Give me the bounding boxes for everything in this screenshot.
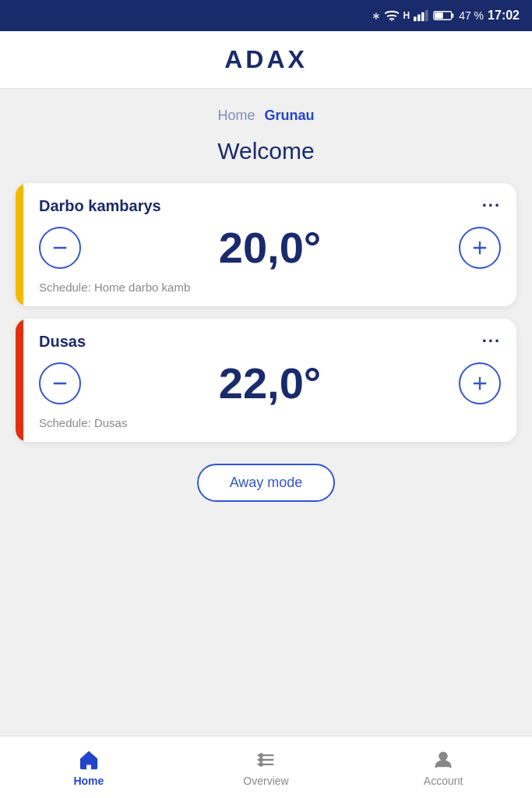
app-header: ADAX — [0, 31, 532, 89]
wifi-icon — [385, 10, 399, 21]
increase-btn-darbo[interactable] — [459, 227, 501, 269]
device-card-dusas: Dusas ··· 22,0° Schedule: Dusas — [16, 319, 516, 442]
app-logo: ADAX — [224, 45, 308, 74]
card-accent-dusas — [16, 319, 23, 442]
card-header-dusas: Dusas ··· — [39, 331, 501, 351]
away-mode-container: Away mode — [0, 442, 532, 517]
nav-label-account: Account — [424, 775, 463, 787]
battery-icon — [433, 9, 455, 22]
battery-percent: 47 % — [459, 9, 484, 22]
signal-icon — [414, 9, 429, 22]
card-schedule-darbo: Schedule: Home darbo kamb — [39, 281, 501, 294]
temp-display-dusas: 22,0° — [219, 358, 321, 408]
breadcrumb-active[interactable]: Grunau — [265, 108, 315, 124]
decrease-btn-dusas[interactable] — [39, 362, 81, 404]
account-nav-icon — [432, 748, 455, 772]
nav-item-overview[interactable]: Overview — [227, 748, 305, 787]
overview-nav-icon — [254, 748, 277, 772]
svg-point-18 — [260, 763, 263, 766]
svg-rect-5 — [452, 13, 454, 17]
away-mode-button[interactable]: Away mode — [197, 464, 336, 502]
bluetooth-icon: ∗ — [372, 9, 381, 22]
card-menu-darbo[interactable]: ··· — [482, 196, 501, 216]
home-nav-icon — [77, 748, 100, 772]
card-title-dusas: Dusas — [39, 333, 86, 351]
h-icon: H — [403, 10, 410, 21]
nav-label-overview: Overview — [243, 775, 288, 787]
svg-rect-1 — [417, 15, 421, 22]
device-card-darbo: Darbo kambarys ··· 20,0° Schedule: Home … — [16, 183, 516, 306]
svg-rect-6 — [435, 12, 443, 19]
card-body-darbo: Darbo kambarys ··· 20,0° Schedule: Home … — [23, 183, 516, 306]
card-menu-dusas[interactable]: ··· — [482, 331, 501, 351]
increase-btn-dusas[interactable] — [459, 362, 501, 404]
card-header-darbo: Darbo kambarys ··· — [39, 196, 501, 216]
svg-rect-2 — [421, 12, 425, 21]
nav-label-home: Home — [73, 775, 104, 787]
card-accent-darbo — [16, 183, 23, 306]
status-bar: ∗ H 47 % 17:02 — [0, 0, 532, 31]
device-cards: Darbo kambarys ··· 20,0° Schedule: Home … — [0, 183, 532, 442]
nav-item-home[interactable]: Home — [50, 748, 128, 787]
breadcrumb-home[interactable]: Home — [217, 108, 255, 124]
bottom-nav: Home Overview Account — [0, 736, 532, 798]
card-controls-darbo: 20,0° — [39, 222, 501, 273]
svg-point-17 — [260, 758, 263, 761]
status-icons: ∗ H 47 % 17:02 — [372, 9, 520, 23]
card-schedule-dusas: Schedule: Dusas — [39, 416, 501, 429]
breadcrumb: Home Grunau — [0, 89, 532, 130]
temp-display-darbo: 20,0° — [219, 222, 321, 273]
card-title-darbo: Darbo kambarys — [39, 197, 161, 215]
welcome-title: Welcome — [0, 130, 532, 183]
svg-rect-3 — [425, 10, 428, 21]
main-content: Home Grunau Welcome Darbo kambarys ··· 2… — [0, 89, 532, 736]
card-controls-dusas: 22,0° — [39, 358, 501, 408]
time: 17:02 — [488, 9, 520, 23]
svg-rect-0 — [414, 16, 417, 21]
decrease-btn-darbo[interactable] — [39, 227, 81, 269]
svg-point-16 — [260, 754, 263, 757]
nav-item-account[interactable]: Account — [404, 748, 482, 787]
card-body-dusas: Dusas ··· 22,0° Schedule: Dusas — [23, 319, 516, 442]
svg-point-19 — [439, 752, 446, 759]
